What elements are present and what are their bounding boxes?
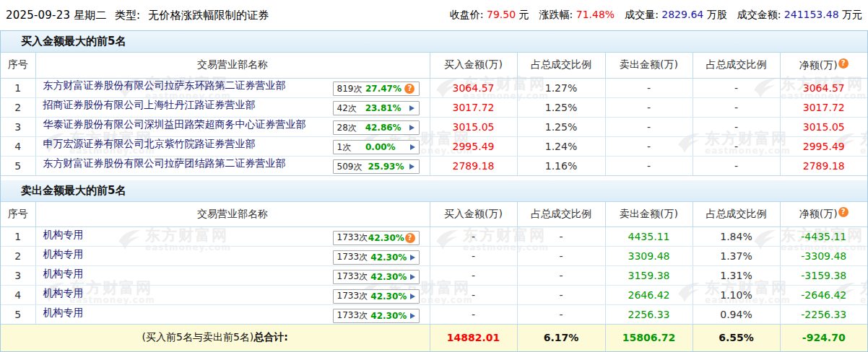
branch-name-link[interactable]: 机构专用 [43,268,84,279]
arrow-icon[interactable] [409,105,415,111]
col-header-net-amount: 净额(万)? [780,202,867,227]
stock-stats: 收盘价: 79.50 元 涨跌幅: 71.48% 成交量: 2829.64 万股… [440,9,862,22]
net-amount-cell: 3064.57 [780,78,867,97]
sell-ratio-cell: 1.31% [693,266,780,286]
branch-name-link[interactable]: 招商证券股份有限公司上海牡丹江路证券营业部 [43,99,256,110]
question-icon[interactable]: ? [405,233,415,243]
col-header-index: 序号 [1,202,35,227]
row-index: 3 [1,266,35,286]
trade-count-badge[interactable]: 1733次42.30%? [333,231,420,245]
branch-name-link[interactable]: 东方财富证券股份有限公司拉萨东环路第二证券营业部 [43,79,286,91]
trade-count-badge[interactable]: 42次23.81% [333,101,420,115]
type-value: 无价格涨跌幅限制的证券 [148,9,269,22]
buy-ratio-total-cell: 6.17% [517,325,605,351]
buy-amount-cell: - [430,286,517,305]
arrow-icon[interactable] [410,294,415,299]
col-header-branch-name: 交易营业部名称 [35,53,430,78]
sell-amount-cell: 3309.48 [605,247,693,266]
row-index: 1 [1,78,35,97]
close-price-value: 79.50 [487,9,516,20]
top-info-bar: 2025-09-23 星期二 类型: 无价格涨跌幅限制的证券 收盘价: 79.5… [0,0,868,30]
col-header-buy-amount: 买入金额(万) [430,53,517,78]
net-amount-cell: -3159.38 [780,266,867,286]
buy-amount-cell: 2789.18 [430,156,517,175]
branch-name-link[interactable]: 机构专用 [43,229,84,240]
trade-count-badge[interactable]: 28次42.86% [333,120,420,135]
sell-section-title: 卖出金额最大的前5名 [1,180,867,202]
volume-value: 2829.64 [661,9,703,20]
question-icon[interactable]: ? [838,207,849,217]
col-header-sell-ratio: 占总成交比例 [693,202,780,227]
col-header-buy-ratio: 占总成交比例 [517,202,605,227]
table-row: 2 42次23.81%招商证券股份有限公司上海牡丹江路证券营业部 3017.72… [1,97,867,117]
table-row: 3 1733次42.30%机构专用 - - 3159.38 1.31% -315… [1,266,867,286]
buy-total-cell: 14882.01 [430,325,517,351]
arrow-icon[interactable] [409,125,415,131]
row-index: 4 [1,286,35,305]
totals-row: (买入前5名与卖出前5名)总合计: 14882.01 6.17% 15806.7… [1,325,867,351]
trade-count-badge[interactable]: 509次25.93% [333,159,420,174]
trade-count-badge[interactable]: 1733次42.30% [333,309,420,323]
type-label: 类型: [115,9,141,22]
col-header-sell-amount: 卖出金额(万) [605,202,693,227]
sell-table-header-row: 序号 交易营业部名称 买入金额(万) 占总成交比例 卖出金额(万) 占总成交比例… [1,202,867,227]
branch-name-link[interactable]: 申万宏源证券有限公司北京紫竹院路证券营业部 [43,138,256,149]
lhb-panel: 东方财富网eastmoney.com东方财富网eastmoney.com东方财富… [0,30,868,352]
arrow-icon[interactable] [409,164,415,170]
buy-amount-cell: 3015.05 [430,117,517,136]
table-row: 5 509次25.93%东方财富证券股份有限公司拉萨团结路第二证券营业部 278… [1,156,867,175]
table-row: 1 1733次42.30%?机构专用 - - 4435.11 1.84% -44… [1,227,867,247]
buy-ratio-cell: - [517,247,605,266]
buy-ratio-cell: - [517,227,605,247]
question-icon[interactable]: ? [404,84,415,94]
net-amount-cell: 2789.18 [780,156,867,175]
branch-name-link[interactable]: 东方财富证券股份有限公司拉萨团结路第二证券营业部 [43,157,286,169]
turnover-stat: 成交金额: 241153.48 万元 [737,9,862,22]
sell-amount-cell: - [605,78,693,97]
buy-ratio-cell: 1.16% [517,156,605,175]
trade-count-badge[interactable]: 1733次42.30% [333,250,420,265]
buy-section-title: 买入金额最大的前5名 [1,31,867,53]
close-price-stat: 收盘价: 79.50 元 [450,9,529,22]
arrow-icon[interactable] [410,144,415,150]
branch-name-link[interactable]: 机构专用 [43,248,84,260]
question-icon[interactable]: ? [838,58,849,69]
buy-ratio-cell: 1.25% [517,97,605,117]
buy-amount-cell: - [430,227,517,247]
row-index: 2 [1,97,35,117]
buy-amount-cell: 2995.49 [430,136,517,156]
col-header-sell-ratio: 占总成交比例 [693,53,780,78]
net-amount-cell: 3017.72 [780,97,867,117]
sell-ratio-cell: - [693,156,780,175]
arrow-icon[interactable] [410,274,415,280]
arrow-icon[interactable] [410,313,415,319]
branch-name-link[interactable]: 机构专用 [43,307,84,318]
row-index: 5 [1,156,35,175]
sell-total-cell: 15806.72 [605,325,693,351]
sell-table: 序号 交易营业部名称 买入金额(万) 占总成交比例 卖出金额(万) 占总成交比例… [1,202,867,351]
trade-count-badge[interactable]: 819次27.47%? [333,82,420,96]
trade-count-badge[interactable]: 1次0.00% [333,140,420,154]
buy-table: 序号 交易营业部名称 买入金额(万) 占总成交比例 卖出金额(万) 占总成交比例… [1,53,867,176]
turnover-value: 241153.48 [784,9,839,20]
sell-amount-cell: - [605,136,693,156]
buy-amount-cell: 3064.57 [430,78,517,97]
sell-amount-cell: 2256.33 [605,305,693,325]
arrow-icon[interactable] [410,255,415,260]
sell-ratio-cell: 0.94% [693,305,780,325]
table-row: 2 1733次42.30%机构专用 - - 3309.48 1.37% -330… [1,247,867,266]
sell-ratio-cell: 1.84% [693,227,780,247]
trade-count-badge[interactable]: 1733次42.30% [333,270,420,284]
branch-name-link[interactable]: 华泰证券股份有限公司深圳益田路荣超商务中心证券营业部 [43,118,306,130]
net-amount-cell: -3309.48 [780,247,867,266]
change-percent-stat: 涨跌幅: 71.48% [539,9,615,22]
branch-name-link[interactable]: 机构专用 [43,287,84,299]
net-amount-cell: -2256.33 [780,305,867,325]
sell-ratio-cell: 1.37% [693,247,780,266]
net-amount-cell: -4435.11 [780,227,867,247]
buy-ratio-cell: - [517,305,605,325]
col-header-index: 序号 [1,53,35,78]
trade-count-badge[interactable]: 1733次42.30% [333,289,420,304]
row-index: 4 [1,136,35,156]
sell-ratio-cell: - [693,78,780,97]
